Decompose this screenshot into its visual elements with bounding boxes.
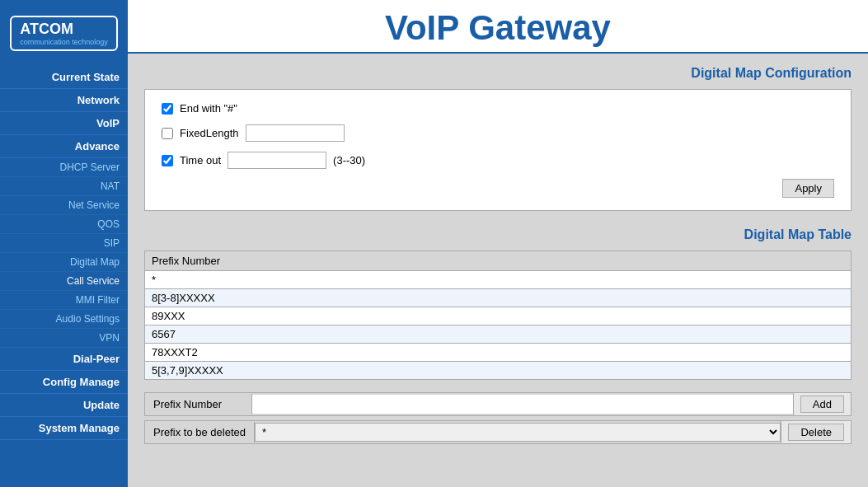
- sidebar-item-network[interactable]: Network: [0, 89, 128, 112]
- table-row: 78XXXT2: [145, 344, 852, 362]
- apply-button[interactable]: Apply: [782, 179, 834, 198]
- sidebar-item-call-service[interactable]: Call Service: [0, 272, 128, 291]
- sidebar-item-digital-map[interactable]: Digital Map: [0, 253, 128, 272]
- sidebar-item-dial-peer[interactable]: Dial-Peer: [0, 348, 128, 371]
- delete-row: Prefix to be deleted *8[3-8]XXXXX89XXX65…: [144, 420, 852, 444]
- table-header-prefix: Prefix Number: [145, 251, 852, 271]
- sidebar-item-voip[interactable]: VoIP: [0, 112, 128, 135]
- timeout-label: Time out: [180, 154, 221, 166]
- fixed-length-label: FixedLength: [180, 127, 239, 139]
- sidebar-item-config-manage[interactable]: Config Manage: [0, 371, 128, 394]
- table-row: 5[3,7,9]XXXXX: [145, 362, 852, 380]
- sidebar-item-dhcp-server[interactable]: DHCP Server: [0, 158, 128, 177]
- delete-btn-cell: Delete: [781, 421, 851, 443]
- table-row: 8[3-8]XXXXX: [145, 289, 852, 307]
- sidebar: ATCOM communication technology Current S…: [0, 0, 128, 487]
- fixed-length-input[interactable]: 11: [246, 124, 345, 142]
- sidebar-item-mmi-filter[interactable]: MMI Filter: [0, 291, 128, 310]
- table-row: 89XXX: [145, 307, 852, 325]
- add-prefix-input[interactable]: [252, 395, 793, 414]
- main-content: VoIP Gateway Digital Map Configuration E…: [128, 0, 868, 487]
- apply-row: Apply: [162, 179, 834, 198]
- sidebar-item-nat[interactable]: NAT: [0, 177, 128, 196]
- page-header: VoIP Gateway: [128, 0, 868, 54]
- sidebar-item-sip[interactable]: SIP: [0, 234, 128, 253]
- fixed-length-row: FixedLength 11: [162, 124, 834, 142]
- logo-text: ATCOM: [20, 21, 108, 38]
- digital-map-table: Prefix Number *8[3-8]XXXXX89XXX656778XXX…: [144, 251, 852, 380]
- add-button[interactable]: Add: [800, 396, 844, 413]
- table-row: *: [145, 271, 852, 289]
- end-with-hash-row: End with "#": [162, 102, 834, 115]
- sidebar-item-audio-settings[interactable]: Audio Settings: [0, 310, 128, 329]
- bottom-form: Prefix Number Add Prefix to be deleted *…: [144, 392, 852, 444]
- add-btn-cell: Add: [793, 393, 851, 415]
- add-row: Prefix Number Add: [144, 392, 852, 416]
- config-section-title: Digital Map Configuration: [144, 66, 852, 81]
- sidebar-item-qos[interactable]: QOS: [0, 215, 128, 234]
- sidebar-item-system-manage[interactable]: System Manage: [0, 417, 128, 440]
- add-label: Prefix Number: [145, 394, 252, 414]
- end-with-hash-checkbox[interactable]: [162, 103, 173, 115]
- timeout-input[interactable]: 5: [228, 152, 326, 169]
- config-box: End with "#" FixedLength 11 Time out 5 (…: [144, 89, 852, 211]
- delete-button[interactable]: Delete: [788, 424, 844, 441]
- table-row: 6567: [145, 325, 852, 344]
- timeout-checkbox[interactable]: [162, 155, 173, 166]
- fixed-length-checkbox[interactable]: [162, 128, 173, 139]
- timeout-row: Time out 5 (3--30): [162, 152, 834, 169]
- sidebar-item-advance[interactable]: Advance: [0, 135, 128, 158]
- sidebar-item-net-service[interactable]: Net Service: [0, 196, 128, 215]
- content-area: Digital Map Configuration End with "#" F…: [128, 54, 868, 487]
- end-with-hash-label: End with "#": [180, 102, 237, 115]
- page-title: VoIP Gateway: [128, 8, 868, 48]
- logo-tagline: communication technology: [20, 38, 108, 46]
- sidebar-logo: ATCOM communication technology: [0, 0, 128, 66]
- sidebar-item-vpn[interactable]: VPN: [0, 329, 128, 348]
- sidebar-item-current-state[interactable]: Current State: [0, 66, 128, 89]
- table-section-title: Digital Map Table: [144, 227, 852, 242]
- delete-label: Prefix to be deleted: [145, 422, 255, 443]
- timeout-range: (3--30): [333, 154, 365, 166]
- delete-prefix-select[interactable]: *8[3-8]XXXXX89XXX656778XXXT25[3,7,9]XXXX…: [255, 423, 781, 442]
- sidebar-item-update[interactable]: Update: [0, 394, 128, 417]
